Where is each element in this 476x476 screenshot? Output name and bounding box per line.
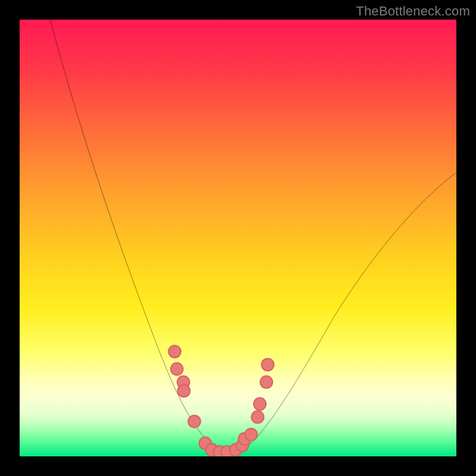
data-point bbox=[252, 411, 264, 424]
bottleneck-curve bbox=[50, 20, 456, 453]
chart-svg bbox=[20, 20, 456, 456]
data-point bbox=[253, 398, 266, 411]
watermark-text: TheBottleneck.com bbox=[356, 4, 470, 19]
data-point bbox=[188, 415, 201, 428]
data-point bbox=[262, 359, 274, 371]
data-point bbox=[171, 363, 183, 375]
data-point bbox=[245, 428, 258, 441]
sample-points bbox=[168, 346, 274, 456]
data-point bbox=[168, 346, 181, 358]
data-point bbox=[178, 385, 190, 397]
outer-frame: TheBottleneck.com bbox=[0, 0, 476, 476]
data-point bbox=[260, 376, 273, 389]
plot-area bbox=[20, 20, 456, 456]
